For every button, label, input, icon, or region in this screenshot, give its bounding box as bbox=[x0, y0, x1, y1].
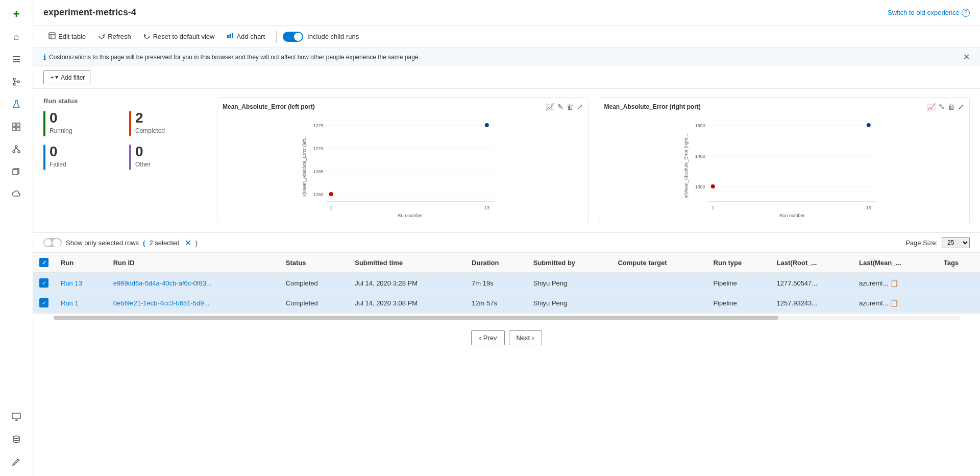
content-area: Run status 0 Running 2 Completed bbox=[33, 89, 980, 476]
svg-rect-11 bbox=[17, 127, 20, 130]
row2-checkbox[interactable]: ✓ bbox=[33, 293, 55, 313]
svg-text:1: 1 bbox=[712, 205, 714, 210]
next-button[interactable]: Next › bbox=[509, 330, 542, 345]
page-title: experiment-metrics-4 bbox=[43, 7, 136, 18]
failed-label: Failed bbox=[50, 161, 66, 168]
svg-rect-0 bbox=[13, 56, 20, 57]
scrollbar-thumb[interactable] bbox=[54, 316, 778, 320]
row1-submitted-by: Shiyu Peng bbox=[527, 273, 612, 293]
include-child-runs-toggle[interactable]: Include child runs bbox=[283, 32, 359, 42]
cube-icon[interactable] bbox=[6, 161, 27, 182]
svg-text:x(Mean_Absolute_Error (right..: x(Mean_Absolute_Error (right... bbox=[683, 134, 688, 198]
table-wrapper: ✓ Run Run ID Status Submitted time Durat… bbox=[33, 253, 980, 314]
col-last-mean[interactable]: Last(Mean_... bbox=[853, 253, 938, 273]
col-submitted-time[interactable]: Submitted time bbox=[349, 253, 465, 273]
svg-rect-18 bbox=[12, 413, 20, 419]
row1-last-mean: azureml... 📋 bbox=[853, 273, 938, 293]
reset-view-button[interactable]: Reset to default view bbox=[138, 30, 220, 43]
toggle-switch-control[interactable] bbox=[283, 32, 303, 42]
chart-line-icon[interactable]: 📈 bbox=[546, 103, 554, 111]
edit-icon[interactable] bbox=[6, 451, 27, 472]
row1-run-id: e969dd6a-5d4a-40cb-af6c-0f83... bbox=[107, 273, 280, 293]
switch-to-old-experience-link[interactable]: Switch to old experience ? bbox=[888, 9, 970, 17]
svg-text:13: 13 bbox=[866, 205, 871, 210]
svg-rect-9 bbox=[17, 123, 20, 126]
branch-icon[interactable] bbox=[6, 72, 27, 92]
refresh-button[interactable]: Refresh bbox=[93, 30, 136, 43]
chart-left-port: Mean_Absolute_Error (left port) 📈 ✎ 🗑 ⤢ … bbox=[217, 97, 589, 224]
svg-point-3 bbox=[13, 78, 15, 80]
col-run-type[interactable]: Run type bbox=[707, 253, 771, 273]
completed-bar bbox=[129, 111, 131, 136]
chart-delete-icon[interactable]: 🗑 bbox=[567, 103, 574, 111]
next-chevron-icon: › bbox=[532, 334, 534, 342]
selected-close[interactable]: ✕ bbox=[185, 238, 191, 248]
home-icon[interactable]: ⌂ bbox=[6, 27, 27, 47]
horizontal-scrollbar[interactable] bbox=[54, 316, 960, 320]
chart-left-svg: x(Mean_Absolute_Error (left... 1275 1270… bbox=[223, 115, 583, 217]
svg-rect-22 bbox=[49, 33, 55, 39]
table-row: ✓ Run 1 0ebf9e21-1ecb-4cc3-b651-5d9... C… bbox=[33, 293, 980, 313]
row2-submitted-by: Shiyu Peng bbox=[527, 293, 612, 313]
edit-table-button[interactable]: Edit table bbox=[43, 30, 91, 43]
monitor-icon[interactable] bbox=[6, 407, 27, 427]
svg-point-5 bbox=[17, 81, 19, 83]
chart-right-port: Mean_Absolute_Error (right port) 📈 ✎ 🗑 ⤢… bbox=[599, 97, 970, 224]
col-last-root[interactable]: Last(Root_... bbox=[771, 253, 853, 273]
row1-submitted-time: Jul 14, 2020 3:28 PM bbox=[349, 273, 465, 293]
col-run[interactable]: Run bbox=[55, 253, 107, 273]
help-icon: ? bbox=[962, 9, 970, 17]
add-icon[interactable]: + bbox=[6, 4, 27, 25]
cloud-icon[interactable] bbox=[6, 184, 27, 204]
running-count: 0 bbox=[50, 111, 72, 125]
row1-compute-target bbox=[611, 273, 707, 293]
nodes-icon[interactable] bbox=[6, 139, 27, 159]
row1-checkbox[interactable]: ✓ bbox=[33, 273, 55, 293]
svg-rect-27 bbox=[232, 33, 233, 38]
svg-rect-8 bbox=[13, 123, 16, 126]
running-bar bbox=[43, 111, 45, 136]
page-size-select[interactable]: 25 10 50 100 bbox=[942, 237, 970, 248]
failed-bar bbox=[43, 145, 45, 170]
sidebar: + ⌂ bbox=[0, 0, 33, 476]
db-icon[interactable] bbox=[6, 429, 27, 449]
info-bar: ℹ Customizations to this page will be pr… bbox=[33, 48, 980, 66]
prev-button[interactable]: ‹ Prev bbox=[471, 330, 504, 345]
col-tags[interactable]: Tags bbox=[938, 253, 980, 273]
chart-right-expand-icon[interactable]: ⤢ bbox=[958, 103, 964, 111]
flask-icon[interactable] bbox=[6, 94, 27, 114]
chart-edit-icon[interactable]: ✎ bbox=[557, 103, 564, 111]
runs-table: ✓ Run Run ID Status Submitted time Durat… bbox=[33, 253, 980, 313]
svg-text:Run number: Run number bbox=[398, 213, 423, 217]
edit-table-icon bbox=[48, 32, 56, 41]
other-bar bbox=[129, 145, 131, 170]
add-chart-button[interactable]: Add chart bbox=[222, 30, 270, 43]
chart-expand-icon[interactable]: ⤢ bbox=[577, 103, 583, 111]
col-status[interactable]: Status bbox=[280, 253, 349, 273]
copy-icon[interactable]: 📋 bbox=[890, 279, 898, 287]
info-bar-close-button[interactable]: ✕ bbox=[963, 52, 970, 62]
col-duration[interactable]: Duration bbox=[465, 253, 527, 273]
col-run-id[interactable]: Run ID bbox=[107, 253, 280, 273]
row2-last-root: 1257.93243... bbox=[771, 293, 853, 313]
chart-right-edit-icon[interactable]: ✎ bbox=[939, 103, 945, 111]
info-icon: ℹ bbox=[43, 53, 46, 61]
row2-run-type: Pipeline bbox=[707, 293, 771, 313]
grid-icon[interactable] bbox=[6, 116, 27, 137]
row2-run: Run 1 bbox=[55, 293, 107, 313]
show-selected-toggle[interactable] bbox=[43, 238, 62, 247]
list-icon[interactable] bbox=[6, 49, 27, 69]
chart-right-delete-icon[interactable]: 🗑 bbox=[948, 103, 955, 111]
svg-rect-2 bbox=[13, 61, 20, 62]
chart-right-line-icon[interactable]: 📈 bbox=[927, 103, 936, 111]
row1-last-root: 1277.50547... bbox=[771, 273, 853, 293]
col-compute-target[interactable]: Compute target bbox=[611, 253, 707, 273]
status-running: 0 Running bbox=[43, 111, 121, 136]
scrollbar-area[interactable] bbox=[33, 314, 980, 322]
refresh-icon bbox=[98, 32, 105, 41]
add-filter-button[interactable]: ＋▾ Add filter bbox=[43, 70, 90, 84]
select-all-checkbox[interactable]: ✓ bbox=[33, 253, 55, 273]
chart-right-svg: x(Mean_Absolute_Error (right... 1500 140… bbox=[604, 115, 965, 217]
col-submitted-by[interactable]: Submitted by bbox=[527, 253, 612, 273]
copy-icon-2[interactable]: 📋 bbox=[890, 299, 898, 307]
